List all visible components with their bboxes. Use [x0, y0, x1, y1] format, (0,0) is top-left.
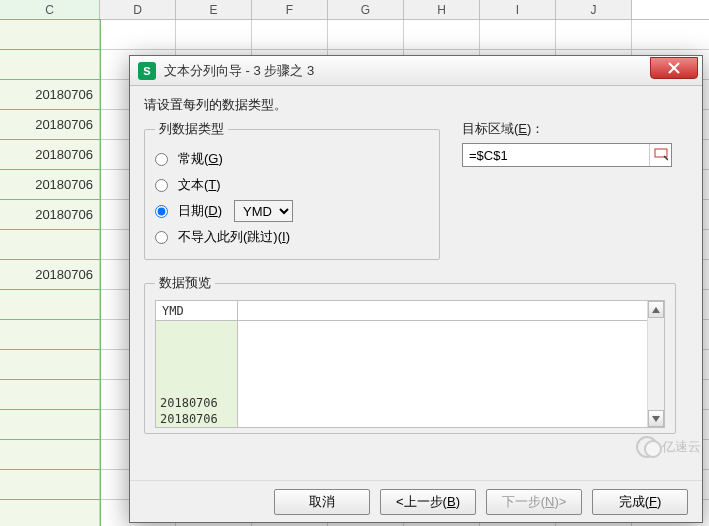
radio-text[interactable]: 文本(T) [155, 172, 429, 198]
cell[interactable] [252, 20, 328, 49]
date-format-combo[interactable]: YMD [234, 200, 293, 222]
radio-text-label: 文本(T) [178, 176, 221, 194]
range-picker-button[interactable] [649, 144, 671, 166]
radio-date[interactable]: 日期(D) YMD [155, 198, 429, 224]
cell[interactable] [176, 20, 252, 49]
radio-skip-label: 不导入此列(跳过)(I) [178, 228, 290, 246]
chevron-up-icon [652, 307, 660, 313]
cell[interactable]: 20180706 [0, 80, 100, 109]
preview-row: 20180706 [156, 395, 237, 411]
radio-date-label: 日期(D) [178, 202, 222, 220]
cell[interactable] [556, 20, 632, 49]
cell[interactable] [0, 50, 100, 79]
cancel-button[interactable]: 取消 [274, 489, 370, 515]
sheet-row [0, 20, 709, 50]
col-header-row: C D E F G H I J [0, 0, 709, 20]
cell[interactable] [0, 470, 100, 499]
radio-skip-input[interactable] [155, 231, 168, 244]
col-header-i[interactable]: I [480, 0, 556, 19]
preview-header-row: YMD [156, 301, 664, 321]
destination-input[interactable] [463, 144, 649, 166]
cell[interactable] [0, 380, 100, 409]
back-button[interactable]: <上一步(B) [380, 489, 476, 515]
close-icon [668, 62, 680, 74]
preview-box[interactable]: YMD 20180706 20180706 [155, 300, 665, 428]
col-header-f[interactable]: F [252, 0, 328, 19]
cell[interactable] [100, 20, 176, 49]
col-header-g[interactable]: G [328, 0, 404, 19]
cell[interactable]: 20180706 [0, 260, 100, 289]
preview-column[interactable]: 20180706 20180706 [156, 321, 238, 427]
radio-text-input[interactable] [155, 179, 168, 192]
destination-input-wrap [462, 143, 672, 167]
cell[interactable] [0, 350, 100, 379]
range-picker-icon [654, 148, 668, 162]
column-data-type-legend: 列数据类型 [155, 120, 228, 138]
col-header-j[interactable]: J [556, 0, 632, 19]
instruction-text: 请设置每列的数据类型。 [144, 96, 688, 114]
radio-date-input[interactable] [155, 205, 168, 218]
finish-button[interactable]: 完成(F) [592, 489, 688, 515]
cell[interactable]: 20180706 [0, 170, 100, 199]
cell[interactable] [0, 290, 100, 319]
col-header-d[interactable]: D [100, 0, 176, 19]
cell[interactable] [0, 320, 100, 349]
destination-wrap: 目标区域(E)： [462, 120, 672, 260]
cell[interactable]: 20180706 [0, 140, 100, 169]
cell[interactable]: 20180706 [0, 110, 100, 139]
radio-general[interactable]: 常规(G) [155, 146, 429, 172]
close-button[interactable] [650, 57, 698, 79]
cell[interactable] [404, 20, 480, 49]
text-to-columns-wizard-dialog: S 文本分列向导 - 3 步骤之 3 请设置每列的数据类型。 列数据类型 常规(… [129, 55, 703, 523]
radio-skip[interactable]: 不导入此列(跳过)(I) [155, 224, 429, 250]
cell[interactable] [0, 20, 100, 49]
cell[interactable] [0, 410, 100, 439]
data-preview-legend: 数据预览 [155, 274, 215, 292]
column-data-type-group: 列数据类型 常规(G) 文本(T) 日期(D) YMD [144, 120, 440, 260]
cell[interactable] [0, 440, 100, 469]
cell[interactable] [328, 20, 404, 49]
col-header-e[interactable]: E [176, 0, 252, 19]
preview-header-cell[interactable]: YMD [156, 301, 238, 320]
radio-general-label: 常规(G) [178, 150, 223, 168]
titlebar[interactable]: S 文本分列向导 - 3 步骤之 3 [130, 56, 702, 86]
chevron-down-icon [652, 416, 660, 422]
svg-rect-0 [655, 149, 667, 157]
cell[interactable] [0, 230, 100, 259]
cell[interactable]: 20180706 [0, 200, 100, 229]
next-button: 下一步(N)> [486, 489, 582, 515]
preview-scrollbar[interactable] [647, 301, 664, 427]
scroll-track[interactable] [648, 318, 664, 410]
cell[interactable] [0, 500, 100, 526]
dialog-footer: 取消 <上一步(B) 下一步(N)> 完成(F) [130, 480, 702, 522]
destination-label: 目标区域(E)： [462, 120, 672, 138]
radio-general-input[interactable] [155, 153, 168, 166]
col-header-c[interactable]: C [0, 0, 100, 19]
scroll-down-button[interactable] [648, 410, 664, 427]
scroll-up-button[interactable] [648, 301, 664, 318]
dialog-body: 请设置每列的数据类型。 列数据类型 常规(G) 文本(T) 日期(D) YMD [130, 86, 702, 480]
data-preview-group: 数据预览 YMD 20180706 20180706 [144, 274, 676, 434]
col-header-h[interactable]: H [404, 0, 480, 19]
dialog-title: 文本分列向导 - 3 步骤之 3 [164, 62, 650, 80]
preview-row: 20180706 [156, 411, 237, 427]
cell[interactable] [480, 20, 556, 49]
app-icon: S [138, 62, 156, 80]
